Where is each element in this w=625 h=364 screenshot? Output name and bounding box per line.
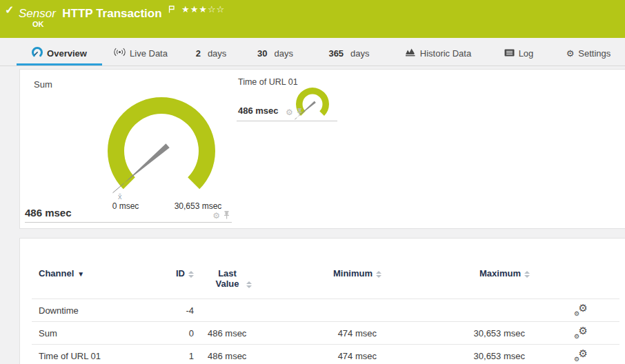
sensor-header: ✓ Sensor HTTP Transaction ★★★☆☆ OK [0,0,625,38]
pushpin-icon[interactable] [223,210,230,222]
channel-settings-gears-icon[interactable]: ⚙⚙ [574,349,588,361]
sensor-status-badge: OK [32,20,44,28]
channels-table: Channel▼ ID Last Value Minimum Maximum [32,239,619,364]
tab-historic-data[interactable]: Historic Data [390,43,486,65]
channel-name-cell[interactable]: Time of URL 01 [32,345,163,364]
gauge-tools: ⚙ [212,210,230,222]
broadcast-icon [114,48,126,59]
tab-overview[interactable]: Overview [17,43,102,65]
channel-maximum-cell: 30,653 msec [387,345,535,364]
channel-name-cell[interactable]: Downtime [32,299,163,322]
tab-label-number: 2 [196,48,201,59]
sensor-name: HTTP Transaction [62,7,161,20]
column-label: Minimum [333,268,373,279]
column-label: Last Value [212,268,243,289]
flag-icon[interactable] [168,3,175,16]
tab-2-days[interactable]: 2 days [179,43,243,65]
pushpin-icon[interactable] [296,106,303,119]
channel-minimum-cell: 474 msec [270,322,387,345]
tab-label: days [275,48,293,59]
log-list-icon [504,48,515,59]
channel-name-cell[interactable]: Sum [32,322,163,345]
gear-icon[interactable]: ⚙ [212,212,220,220]
channel-maximum-cell [387,299,535,322]
tab-live-data[interactable]: Live Data [102,43,179,65]
tab-30-days[interactable]: 30 days [243,43,308,65]
gear-icon: ⚙ [566,48,575,59]
gauge-tools: ⚙ [286,106,303,119]
sum-gauge: x̄ [103,89,220,206]
caret-down-icon: ▼ [77,270,84,278]
channel-minimum-cell [270,299,387,322]
tab-label-number: 30 [257,48,267,59]
sensor-status-check-icon: ✓ [5,3,14,17]
sensor-title: Sensor HTTP Transaction [19,3,175,21]
gauge-current-value: 486 msec [238,105,279,116]
sort-icon [524,271,530,278]
tab-label: days [350,48,369,59]
tab-label: days [208,48,226,59]
url01-gauge-block: Time of URL 01 486 msec ⚙ [237,74,337,121]
table-header-row: Channel▼ ID Last Value Minimum Maximum [32,239,619,299]
sum-gauge-block: Sum x̄ 0 msec 30,653 msec 486 msec ⚙ [25,70,232,223]
channel-id-cell: -4 [163,299,194,322]
sort-icon [188,271,194,278]
gauge-icon [32,47,43,60]
column-header-maximum[interactable]: Maximum [387,239,535,299]
channel-settings-gears-icon[interactable]: ⚙⚙ [574,326,588,338]
tab-log[interactable]: Log [486,43,552,65]
column-header-settings [535,239,619,299]
channel-last-value-cell [194,299,270,322]
channel-id-cell: 0 [163,322,194,345]
gauge-min-label: 0 msec [105,201,146,211]
tab-settings[interactable]: ⚙ Settings [552,43,625,65]
column-header-last-value[interactable]: Last Value [194,239,270,299]
gauge-title: Sum [34,79,52,90]
table-row-time-of-url-01[interactable]: Time of URL 01 1 486 msec 474 msec 30,65… [32,345,619,364]
tab-label: Settings [578,48,611,59]
sensor-category-label: Sensor [19,7,56,20]
tab-label: Historic Data [420,48,471,59]
channels-panel: Channel▼ ID Last Value Minimum Maximum [19,238,625,364]
gauge-title: Time of URL 01 [238,77,298,87]
tab-label: Overview [47,48,87,59]
sort-icon [376,271,381,278]
channel-last-value-cell: 486 msec [194,322,270,345]
table-row-downtime[interactable]: Downtime -4 ⚙⚙ [32,299,619,322]
url01-gauge [293,85,335,126]
column-label: ID [176,268,185,279]
channel-last-value-cell: 486 msec [194,345,270,364]
column-header-minimum[interactable]: Minimum [270,239,387,299]
channel-minimum-cell: 474 msec [270,345,387,364]
column-label: Channel [39,268,74,279]
column-header-id[interactable]: ID [163,239,194,299]
column-label: Maximum [479,268,521,279]
tab-365-days[interactable]: 365 days [308,43,390,65]
average-marker: x̄ [118,192,122,201]
channel-maximum-cell: 30,653 msec [387,322,535,345]
gauges-panel: Sum x̄ 0 msec 30,653 msec 486 msec ⚙ [19,69,625,229]
star-rating[interactable]: ★★★☆☆ [181,4,225,14]
channel-settings-gears-icon[interactable]: ⚙⚙ [574,303,588,316]
tab-bar: Overview Live Data 2 days 30 days 365 da… [0,43,625,66]
sort-icon [246,281,252,288]
table-row-sum[interactable]: Sum 0 486 msec 474 msec 30,653 msec ⚙⚙ [32,322,619,345]
area-chart-icon [405,48,416,59]
channel-id-cell: 1 [163,345,194,364]
gauge-current-value: 486 msec [25,207,72,219]
tab-label: Live Data [130,48,168,59]
tab-label: Log [519,48,534,59]
gear-icon[interactable]: ⚙ [286,108,293,117]
column-header-channel[interactable]: Channel▼ [32,239,163,299]
tab-label-number: 365 [328,48,344,59]
